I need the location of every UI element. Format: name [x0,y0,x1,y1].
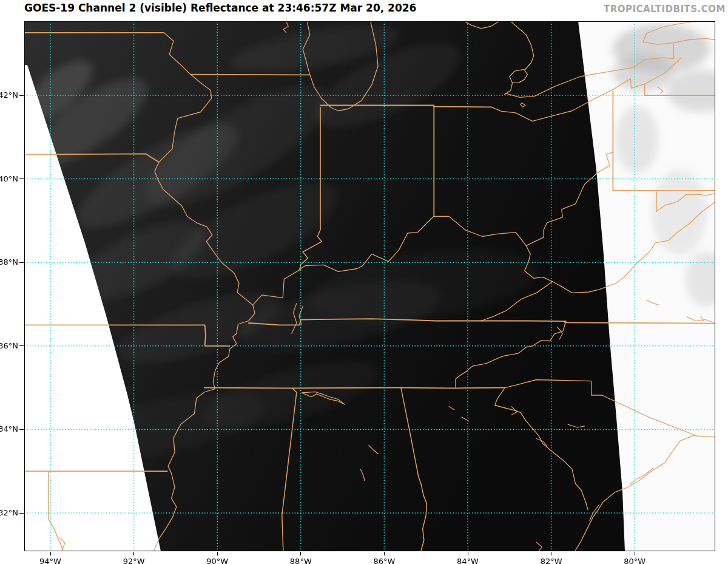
lon-tick-mark [300,552,301,556]
map-canvas [24,21,715,551]
lon-tick-mark [50,552,51,556]
satellite-map-svg [24,21,715,551]
lon-tick-label: 86°W [369,557,399,564]
lon-tick-mark [133,552,134,556]
lat-tick-label: 36°N [0,341,18,350]
border-tn-va [481,321,566,322]
watermark-tropicaltidbits: TROPICALTIDBITS.COM [604,4,726,15]
lat-tick-label: 32°N [0,508,18,517]
lon-tick-label: 80°W [619,557,650,564]
lat-tick-mark [19,178,24,179]
lon-tick-label: 92°W [119,557,149,564]
lon-tick-mark [635,552,635,556]
border-wi-il [190,75,309,75]
border-lat35 [204,388,505,389]
lat-tick-mark [19,262,24,263]
lon-tick-label: 82°W [536,557,567,564]
lon-tick-mark [384,552,385,556]
niagara-river [673,42,674,58]
lon-tick-label: 88°W [286,557,316,564]
lat-tick-mark [19,95,24,96]
lon-tick-label: 94°W [35,557,66,564]
lon-tick-mark [468,552,468,556]
lat-tick-label: 40°N [0,174,18,183]
lat-tick-mark [19,429,24,430]
lon-tick-mark [217,552,218,556]
page-title: GOES-19 Channel 2 (visible) Reflectance … [24,2,416,14]
cloud-gray-patch [616,106,658,173]
lat-tick-label: 34°N [0,424,18,433]
lat-tick-mark [19,513,24,514]
lat-tick-label: 38°N [0,257,18,267]
page: { "header": { "title": "GOES-19 Channel … [0,0,728,564]
lat-tick-label: 42°N [0,90,18,100]
lon-tick-label: 84°W [453,557,483,564]
border-mi-oh [434,107,491,107]
lon-tick-label: 90°W [202,557,232,564]
lon-tick-mark [551,552,551,556]
lat-tick-mark [19,345,24,346]
